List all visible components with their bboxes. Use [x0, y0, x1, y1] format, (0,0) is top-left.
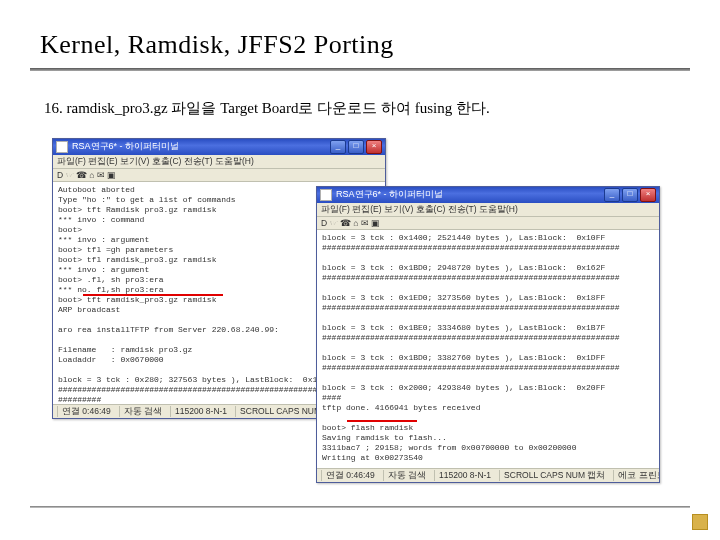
titlebar-1: RSA연구6* - 하이퍼터미널 _ □ × [53, 139, 385, 155]
app-icon [56, 141, 68, 153]
bottom-divider [30, 506, 690, 508]
menubar-2[interactable]: 파일(F) 편집(E) 보기(V) 호출(C) 전송(T) 도움말(H) [317, 203, 659, 217]
status-flags: SCROLL CAPS NUM 캡쳐 [499, 470, 605, 481]
terminal-window-2: RSA연구6* - 하이퍼터미널 _ □ × 파일(F) 편집(E) 보기(V)… [316, 186, 660, 483]
highlight-red-2 [347, 420, 417, 422]
status-detect: 자동 검색 [383, 470, 426, 481]
screenshot-area: RSA연구6* - 하이퍼터미널 _ □ × 파일(F) 편집(E) 보기(V)… [52, 138, 690, 468]
minimize-button[interactable]: _ [330, 140, 346, 154]
status-baud: 115200 8-N-1 [170, 406, 227, 417]
status-baud: 115200 8-N-1 [434, 470, 491, 481]
status-detect: 자동 검색 [119, 406, 162, 417]
close-button[interactable]: × [640, 188, 656, 202]
terminal-output-2: block = 3 tck : 0x1400; 2521440 bytes ),… [317, 230, 659, 468]
page-title: Kernel, Ramdisk, JFFS2 Porting [40, 30, 690, 60]
status-echo: 에코 프린트 [613, 470, 659, 481]
highlight-red-1 [83, 294, 223, 296]
close-button[interactable]: × [366, 140, 382, 154]
menubar-1[interactable]: 파일(F) 편집(E) 보기(V) 호출(C) 전송(T) 도움말(H) [53, 155, 385, 169]
corner-square-icon [692, 514, 708, 530]
toolbar-1[interactable]: D ☞ ☎ ⌂ ✉ ▣ [53, 169, 385, 183]
title-underline [30, 68, 690, 71]
maximize-button[interactable]: □ [622, 188, 638, 202]
window-title-2: RSA연구6* - 하이퍼터미널 [336, 189, 604, 200]
window-title-1: RSA연구6* - 하이퍼터미널 [72, 141, 330, 152]
titlebar-2: RSA연구6* - 하이퍼터미널 _ □ × [317, 187, 659, 203]
page-subtitle: 16. ramdisk_pro3.gz 파일을 Target Board로 다운… [44, 99, 690, 118]
maximize-button[interactable]: □ [348, 140, 364, 154]
app-icon [320, 189, 332, 201]
status-conn: 연결 0:46:49 [321, 470, 375, 481]
statusbar-2: 연결 0:46:49 자동 검색 115200 8-N-1 SCROLL CAP… [317, 468, 659, 482]
status-conn: 연결 0:46:49 [57, 406, 111, 417]
minimize-button[interactable]: _ [604, 188, 620, 202]
toolbar-2[interactable]: D ☞ ☎ ⌂ ✉ ▣ [317, 217, 659, 231]
